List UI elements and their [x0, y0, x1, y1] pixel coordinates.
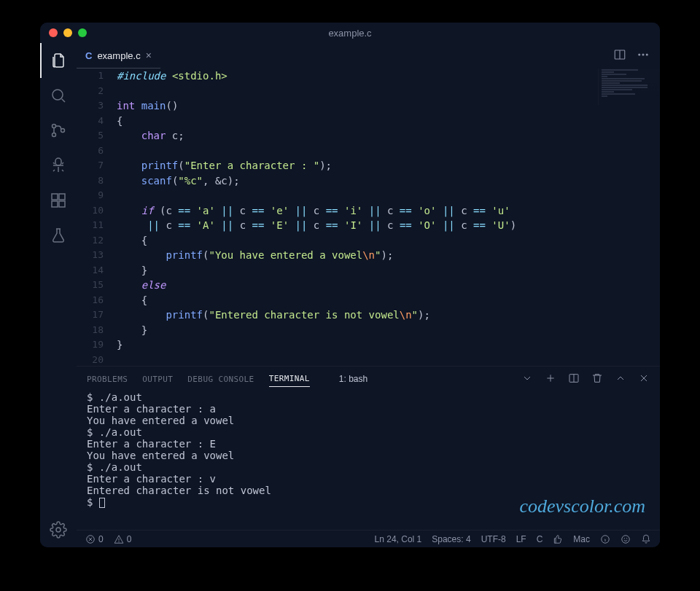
status-bar: 0 0 Ln 24, Col 1 Spaces: 4 UTF-8 LF C Ma… — [77, 530, 660, 547]
panel-tabs: PROBLEMS OUTPUT DEBUG CONSOLE TERMINAL 1… — [77, 367, 660, 391]
status-bell-icon[interactable] — [641, 534, 651, 544]
status-errors-count: 0 — [98, 534, 104, 544]
tab-filename: example.c — [97, 50, 140, 61]
svg-point-2 — [52, 133, 56, 137]
code-area[interactable]: #include <stdio.h>int main(){ char c; pr… — [117, 69, 660, 366]
new-terminal-icon[interactable] — [545, 372, 556, 386]
more-actions-icon[interactable] — [637, 48, 650, 64]
status-info-icon[interactable] — [600, 534, 610, 544]
svg-rect-7 — [59, 194, 65, 200]
svg-point-8 — [56, 528, 61, 532]
svg-point-10 — [639, 54, 640, 55]
terminal-line: Entered character is not vowel — [87, 485, 650, 496]
terminal-line: You have entered a vowel — [87, 415, 650, 426]
close-tab-icon[interactable]: × — [146, 50, 152, 61]
terminal-line: $ ./a.out — [87, 391, 650, 403]
svg-point-12 — [646, 54, 648, 55]
status-feedback-icon[interactable] — [621, 534, 631, 544]
status-indentation[interactable]: Spaces: 4 — [432, 534, 470, 544]
tab-lang-badge: C — [85, 50, 92, 61]
terminal-line: Enter a character : v — [87, 473, 650, 485]
minimize-window-button[interactable] — [63, 28, 72, 37]
line-number-gutter: 1234567891011121314151617181920 — [77, 69, 117, 366]
status-warnings[interactable]: 0 — [114, 534, 132, 544]
tab-problems[interactable]: PROBLEMS — [87, 372, 128, 387]
svg-point-1 — [52, 125, 56, 128]
svg-point-19 — [626, 538, 627, 539]
minimap[interactable] — [598, 69, 660, 105]
explorer-icon[interactable] — [40, 43, 77, 78]
kill-terminal-icon[interactable] — [591, 372, 603, 386]
svg-rect-5 — [52, 201, 58, 207]
window-title: example.c — [40, 28, 660, 39]
svg-point-3 — [61, 129, 65, 133]
extensions-icon[interactable] — [40, 183, 77, 218]
code-editor[interactable]: 1234567891011121314151617181920 #include… — [77, 69, 660, 366]
tab-output[interactable]: OUTPUT — [142, 372, 173, 387]
status-cursor-position[interactable]: Ln 24, Col 1 — [375, 534, 422, 544]
svg-rect-4 — [52, 194, 58, 200]
debug-icon[interactable] — [40, 148, 77, 183]
bottom-panel: PROBLEMS OUTPUT DEBUG CONSOLE TERMINAL 1… — [77, 366, 660, 530]
status-language[interactable]: C — [537, 534, 543, 544]
terminal[interactable]: $ ./a.outEnter a character : aYou have e… — [77, 391, 660, 530]
traffic-lights — [40, 28, 87, 37]
split-terminal-icon[interactable] — [568, 372, 580, 386]
status-eol[interactable]: LF — [516, 534, 526, 544]
status-errors[interactable]: 0 — [85, 534, 104, 544]
terminal-selector[interactable]: 1: bash — [339, 374, 368, 384]
zoom-window-button[interactable] — [78, 28, 87, 37]
editor-tabs: C example.c × — [77, 43, 660, 69]
svg-rect-6 — [59, 201, 65, 207]
tab-example-c[interactable]: C example.c × — [77, 43, 160, 69]
svg-point-0 — [52, 90, 63, 100]
tab-terminal[interactable]: TERMINAL — [269, 371, 310, 387]
test-beaker-icon[interactable] — [40, 218, 77, 253]
maximize-panel-icon[interactable] — [615, 372, 626, 386]
terminal-line: $ ./a.out — [87, 426, 650, 438]
split-editor-icon[interactable] — [613, 48, 626, 64]
status-os[interactable]: Mac — [573, 534, 590, 544]
tab-debug-console[interactable]: DEBUG CONSOLE — [187, 372, 254, 387]
terminal-line: Enter a character : a — [87, 403, 650, 415]
source-control-icon[interactable] — [40, 113, 77, 148]
svg-point-15 — [118, 541, 119, 542]
terminal-line: $ ./a.out — [87, 461, 650, 473]
svg-point-18 — [624, 538, 625, 539]
status-thumbsup-icon[interactable] — [553, 534, 563, 544]
terminal-line: Enter a character : E — [87, 438, 650, 450]
close-panel-icon[interactable] — [638, 372, 650, 386]
terminal-line: You have entered a vowel — [87, 450, 650, 461]
close-window-button[interactable] — [49, 28, 58, 37]
status-encoding[interactable]: UTF-8 — [481, 534, 506, 544]
chevron-down-icon[interactable] — [521, 372, 533, 386]
status-warnings-count: 0 — [127, 534, 132, 544]
titlebar[interactable]: example.c — [40, 23, 660, 43]
vscode-window: example.c — [40, 23, 660, 547]
svg-point-17 — [622, 535, 630, 543]
svg-point-11 — [642, 54, 644, 55]
activity-bar — [40, 43, 77, 547]
watermark: codevscolor.com — [519, 501, 645, 512]
search-icon[interactable] — [40, 78, 77, 113]
settings-gear-icon[interactable] — [40, 512, 77, 547]
